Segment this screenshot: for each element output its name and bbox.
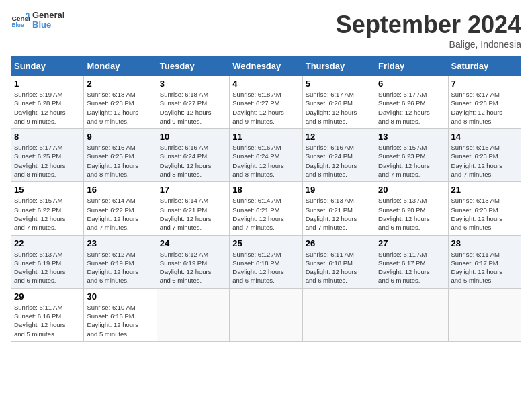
- day-number: 17: [160, 185, 226, 195]
- calendar-cell: 10 Sunrise: 6:16 AMSunset: 6:24 PMDaylig…: [157, 129, 229, 182]
- calendar-cell: 26 Sunrise: 6:11 AMSunset: 6:18 PMDaylig…: [302, 235, 375, 288]
- day-info: Sunrise: 6:18 AMSunset: 6:27 PMDaylight:…: [160, 90, 226, 126]
- day-info: Sunrise: 6:17 AMSunset: 6:26 PMDaylight:…: [451, 90, 518, 126]
- day-number: 21: [451, 185, 518, 195]
- col-header-saturday: Saturday: [448, 57, 521, 76]
- calendar-cell: [448, 288, 521, 341]
- day-info: Sunrise: 6:17 AMSunset: 6:25 PMDaylight:…: [14, 143, 81, 179]
- col-header-thursday: Thursday: [302, 57, 375, 76]
- day-number: 11: [232, 132, 299, 142]
- day-info: Sunrise: 6:11 AMSunset: 6:16 PMDaylight:…: [14, 303, 81, 338]
- day-info: Sunrise: 6:17 AMSunset: 6:26 PMDaylight:…: [306, 90, 372, 126]
- day-number: 4: [232, 79, 299, 89]
- day-info: Sunrise: 6:13 AMSunset: 6:19 PMDaylight:…: [14, 250, 81, 285]
- day-number: 29: [14, 291, 81, 302]
- title-block: September 2024 Balige, Indonesia: [336, 11, 521, 50]
- calendar-cell: 30 Sunrise: 6:10 AMSunset: 6:16 PMDaylig…: [84, 288, 157, 341]
- calendar-cell: 23 Sunrise: 6:12 AMSunset: 6:19 PMDaylig…: [84, 235, 157, 288]
- day-info: Sunrise: 6:13 AMSunset: 6:20 PMDaylight:…: [378, 196, 445, 232]
- calendar-cell: 29 Sunrise: 6:11 AMSunset: 6:16 PMDaylig…: [11, 288, 84, 341]
- day-number: 22: [14, 238, 81, 248]
- day-number: 5: [306, 79, 372, 89]
- day-info: Sunrise: 6:15 AMSunset: 6:23 PMDaylight:…: [378, 143, 445, 179]
- day-number: 12: [306, 132, 372, 142]
- calendar-cell: 20 Sunrise: 6:13 AMSunset: 6:20 PMDaylig…: [375, 182, 448, 235]
- calendar-week-3: 15 Sunrise: 6:15 AMSunset: 6:22 PMDaylig…: [11, 182, 521, 235]
- day-number: 28: [451, 238, 518, 248]
- calendar-cell: 2 Sunrise: 6:18 AMSunset: 6:28 PMDayligh…: [84, 76, 157, 129]
- day-number: 9: [87, 132, 153, 142]
- calendar-cell: 18 Sunrise: 6:14 AMSunset: 6:21 PMDaylig…: [230, 182, 302, 235]
- logo: General Blue General Blue: [11, 11, 64, 30]
- calendar-cell: 4 Sunrise: 6:18 AMSunset: 6:27 PMDayligh…: [230, 76, 302, 129]
- day-info: Sunrise: 6:10 AMSunset: 6:16 PMDaylight:…: [87, 303, 153, 338]
- day-number: 3: [160, 79, 226, 89]
- calendar-cell: 1 Sunrise: 6:19 AMSunset: 6:28 PMDayligh…: [11, 76, 84, 129]
- day-info: Sunrise: 6:12 AMSunset: 6:19 PMDaylight:…: [160, 250, 226, 285]
- calendar-cell: [230, 288, 302, 341]
- day-info: Sunrise: 6:12 AMSunset: 6:18 PMDaylight:…: [232, 250, 299, 285]
- day-info: Sunrise: 6:14 AMSunset: 6:21 PMDaylight:…: [232, 196, 299, 232]
- day-info: Sunrise: 6:16 AMSunset: 6:24 PMDaylight:…: [160, 143, 226, 179]
- col-header-sunday: Sunday: [11, 57, 84, 76]
- day-number: 18: [232, 185, 299, 195]
- calendar-week-5: 29 Sunrise: 6:11 AMSunset: 6:16 PMDaylig…: [11, 288, 521, 341]
- calendar-cell: 6 Sunrise: 6:17 AMSunset: 6:26 PMDayligh…: [375, 76, 448, 129]
- day-number: 14: [451, 132, 518, 142]
- day-info: Sunrise: 6:16 AMSunset: 6:24 PMDaylight:…: [306, 143, 372, 179]
- day-info: Sunrise: 6:15 AMSunset: 6:23 PMDaylight:…: [451, 143, 518, 179]
- day-info: Sunrise: 6:16 AMSunset: 6:24 PMDaylight:…: [232, 143, 299, 179]
- calendar-cell: 22 Sunrise: 6:13 AMSunset: 6:19 PMDaylig…: [11, 235, 84, 288]
- calendar-cell: 19 Sunrise: 6:13 AMSunset: 6:21 PMDaylig…: [302, 182, 375, 235]
- day-number: 19: [306, 185, 372, 195]
- calendar-cell: 7 Sunrise: 6:17 AMSunset: 6:26 PMDayligh…: [448, 76, 521, 129]
- logo-general-text: General: [32, 11, 64, 20]
- logo-icon: General Blue: [11, 11, 30, 30]
- calendar-week-4: 22 Sunrise: 6:13 AMSunset: 6:19 PMDaylig…: [11, 235, 521, 288]
- day-info: Sunrise: 6:11 AMSunset: 6:17 PMDaylight:…: [378, 250, 445, 285]
- calendar-cell: 11 Sunrise: 6:16 AMSunset: 6:24 PMDaylig…: [230, 129, 302, 182]
- calendar-cell: 24 Sunrise: 6:12 AMSunset: 6:19 PMDaylig…: [157, 235, 229, 288]
- calendar-cell: [302, 288, 375, 341]
- calendar-cell: 25 Sunrise: 6:12 AMSunset: 6:18 PMDaylig…: [230, 235, 302, 288]
- day-number: 24: [160, 238, 226, 248]
- day-info: Sunrise: 6:13 AMSunset: 6:21 PMDaylight:…: [306, 196, 372, 232]
- day-info: Sunrise: 6:17 AMSunset: 6:26 PMDaylight:…: [378, 90, 445, 126]
- calendar-cell: 12 Sunrise: 6:16 AMSunset: 6:24 PMDaylig…: [302, 129, 375, 182]
- day-info: Sunrise: 6:19 AMSunset: 6:28 PMDaylight:…: [14, 90, 81, 126]
- day-info: Sunrise: 6:11 AMSunset: 6:18 PMDaylight:…: [306, 250, 372, 285]
- day-number: 8: [14, 132, 81, 142]
- day-number: 23: [87, 238, 153, 248]
- calendar-table: SundayMondayTuesdayWednesdayThursdayFrid…: [11, 56, 521, 342]
- col-header-tuesday: Tuesday: [157, 57, 229, 76]
- calendar-cell: 14 Sunrise: 6:15 AMSunset: 6:23 PMDaylig…: [448, 129, 521, 182]
- day-number: 1: [14, 79, 81, 89]
- day-number: 16: [87, 185, 153, 195]
- day-info: Sunrise: 6:11 AMSunset: 6:17 PMDaylight:…: [451, 250, 518, 285]
- calendar-week-2: 8 Sunrise: 6:17 AMSunset: 6:25 PMDayligh…: [11, 129, 521, 182]
- calendar-cell: 13 Sunrise: 6:15 AMSunset: 6:23 PMDaylig…: [375, 129, 448, 182]
- location: Balige, Indonesia: [336, 39, 521, 50]
- calendar-body: 1 Sunrise: 6:19 AMSunset: 6:28 PMDayligh…: [11, 76, 521, 342]
- logo-blue-text: Blue: [32, 20, 64, 30]
- day-info: Sunrise: 6:15 AMSunset: 6:22 PMDaylight:…: [14, 196, 81, 232]
- day-info: Sunrise: 6:14 AMSunset: 6:22 PMDaylight:…: [87, 196, 153, 232]
- calendar-cell: 27 Sunrise: 6:11 AMSunset: 6:17 PMDaylig…: [375, 235, 448, 288]
- calendar-week-1: 1 Sunrise: 6:19 AMSunset: 6:28 PMDayligh…: [11, 76, 521, 129]
- day-number: 26: [306, 238, 372, 248]
- page-header: General Blue General Blue September 2024…: [11, 11, 521, 50]
- day-info: Sunrise: 6:14 AMSunset: 6:21 PMDaylight:…: [160, 196, 226, 232]
- calendar-cell: [375, 288, 448, 341]
- day-info: Sunrise: 6:12 AMSunset: 6:19 PMDaylight:…: [87, 250, 153, 285]
- month-title: September 2024: [336, 11, 521, 39]
- calendar-cell: 28 Sunrise: 6:11 AMSunset: 6:17 PMDaylig…: [448, 235, 521, 288]
- calendar-cell: 3 Sunrise: 6:18 AMSunset: 6:27 PMDayligh…: [157, 76, 229, 129]
- day-number: 2: [87, 79, 153, 89]
- calendar-cell: [157, 288, 229, 341]
- day-info: Sunrise: 6:13 AMSunset: 6:20 PMDaylight:…: [451, 196, 518, 232]
- day-number: 15: [14, 185, 81, 195]
- col-header-friday: Friday: [375, 57, 448, 76]
- day-info: Sunrise: 6:16 AMSunset: 6:25 PMDaylight:…: [87, 143, 153, 179]
- day-number: 6: [378, 79, 445, 89]
- calendar-cell: 21 Sunrise: 6:13 AMSunset: 6:20 PMDaylig…: [448, 182, 521, 235]
